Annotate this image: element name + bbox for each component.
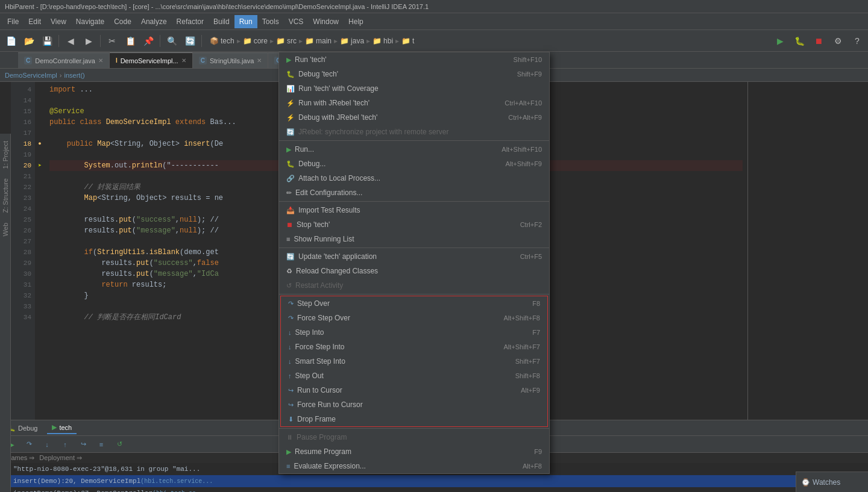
menu-drop-frame[interactable]: ⬇ Drop Frame	[281, 412, 547, 426]
tab-stringutils[interactable]: C StringUtils.java ✕	[193, 52, 269, 68]
restart-label: Restart Activity	[295, 281, 343, 290]
separator-5	[279, 428, 549, 429]
toolbar-paste[interactable]: 📌	[140, 33, 157, 49]
jrebel-run-label: Run with JRebel 'tech'	[298, 99, 370, 107]
toolbar-copy[interactable]: 📋	[122, 33, 139, 49]
menu-attach-process[interactable]: 🔗 Attach to Local Process...	[279, 171, 549, 185]
menu-run-tech[interactable]: ▶ Run 'tech' Shift+F10	[279, 52, 549, 67]
menu-force-step-into[interactable]: ↓ Force Step Into Alt+Shift+F7	[281, 340, 547, 354]
force-step-into-label: Force Step Into	[295, 343, 345, 351]
menu-run-coverage[interactable]: 📊 Run 'tech' with Coverage	[279, 81, 549, 96]
path-sep-6: ▸	[395, 37, 399, 45]
toolbar-new[interactable]: 📄	[2, 33, 19, 49]
menu-tools[interactable]: Tools	[257, 15, 284, 28]
path-t: 📁 t	[401, 37, 414, 45]
watches-panel[interactable]: ⌚ Watches	[796, 472, 868, 492]
menu-debug-tech[interactable]: 🐛 Debug 'tech' Shift+F9	[279, 67, 549, 81]
toolbar-run[interactable]: ▶	[772, 33, 788, 49]
menu-window[interactable]: Window	[308, 15, 344, 28]
menu-update-app[interactable]: 🔄 Update 'tech' application Ctrl+F5	[279, 249, 549, 264]
menu-jrebel-sync: 🔄 JRebel: synchronize project with remot…	[279, 125, 549, 139]
jrebel-sync-label: JRebel: synchronize project with remote …	[298, 128, 448, 136]
gutter-exec-arrow: ➤	[38, 162, 42, 169]
menu-step-out[interactable]: ↑ Step Out Shift+F8	[281, 369, 547, 383]
evaluate-label: Evaluate Expression...	[294, 462, 365, 470]
menu-step-over[interactable]: ↷ Step Over F8	[281, 296, 547, 311]
menu-import-results[interactable]: 📥 Import Test Results	[279, 203, 549, 217]
menu-run[interactable]: Run	[234, 15, 257, 28]
path-sep-2: ▸	[270, 37, 274, 45]
toolbar-forward[interactable]: ▶	[80, 33, 97, 49]
toolbar-help[interactable]: ?	[849, 33, 866, 49]
toolbar-open[interactable]: 📂	[20, 33, 37, 49]
menu-vcs[interactable]: VCS	[284, 15, 309, 28]
close-icon-3[interactable]: ✕	[257, 57, 262, 64]
menu-jrebel-debug[interactable]: ⚡ Debug with JRebel 'tech' Ctrl+Alt+F9	[279, 110, 549, 125]
run-cursor-shortcut: Alt+F9	[521, 387, 540, 394]
show-running-label: Show Running List	[294, 235, 354, 243]
attach-icon: 🔗	[286, 175, 295, 182]
menu-run-cursor[interactable]: ↪ Run to Cursor Alt+F9	[281, 383, 547, 397]
toolbar-sep-2	[100, 35, 101, 47]
toolbar-debug[interactable]: 🐛	[791, 33, 808, 49]
reload-icon: ♻	[286, 267, 292, 275]
debug-restart-btn[interactable]: ↺	[111, 436, 128, 453]
menu-edit-configs[interactable]: ✏ Edit Configurations...	[279, 185, 549, 200]
debug-step-into-btn[interactable]: ↓	[39, 436, 55, 453]
sidebar-tab-project[interactable]: 1: Project	[1, 136, 10, 173]
coverage-icon: 📊	[286, 85, 295, 93]
toolbar-sep-4	[201, 35, 202, 47]
debug-row-text-1: "http-nio-8080-exec-23"@18,631 in group …	[13, 466, 200, 473]
close-icon-2[interactable]: ✕	[181, 57, 186, 64]
menu-edit[interactable]: Edit	[24, 15, 46, 28]
debug-row-package-3: (hbi.tech.co...	[153, 490, 207, 493]
menu-force-step-over[interactable]: ↷ Force Step Over Alt+Shift+F8	[281, 311, 547, 325]
menu-evaluate[interactable]: ≡ Evaluate Expression... Alt+F8	[279, 459, 549, 473]
sidebar-tab-web[interactable]: Web	[1, 218, 10, 241]
breadcrumb-method[interactable]: insert()	[64, 72, 84, 79]
toolbar-search[interactable]: 🔍	[163, 33, 180, 49]
menu-jrebel-run[interactable]: ⚡ Run with JRebel 'tech' Ctrl+Alt+F10	[279, 96, 549, 110]
run-cursor-label: Run to Cursor	[297, 386, 342, 394]
menu-step-into[interactable]: ↓ Step Into F7	[281, 325, 547, 340]
menu-force-run-cursor[interactable]: ↪ Force Run to Cursor	[281, 397, 547, 412]
breadcrumb-class[interactable]: DemoServiceImpl	[5, 72, 57, 79]
menu-build[interactable]: Build	[209, 15, 234, 28]
menu-stop-tech[interactable]: ⏹ Stop 'tech' Ctrl+F2	[279, 217, 549, 232]
debug-evaluate-btn[interactable]: ≡	[93, 436, 110, 453]
path-sep-1: ▸	[237, 37, 241, 45]
close-icon-1[interactable]: ✕	[98, 57, 103, 64]
menu-run-dots[interactable]: ▶ Run... Alt+Shift+F10	[279, 142, 549, 157]
menu-code[interactable]: Code	[109, 15, 136, 28]
menu-show-running[interactable]: ≡ Show Running List	[279, 232, 549, 246]
tab-label-2: DemoServiceImpl...	[121, 57, 178, 64]
tech-tab-label: tech	[59, 424, 72, 431]
menu-view[interactable]: View	[46, 15, 71, 28]
tab-democontroller[interactable]: C DemoController.java ✕	[18, 52, 110, 68]
debug-run-cursor-btn[interactable]: ↪	[75, 436, 92, 453]
toolbar-replace[interactable]: 🔄	[181, 33, 198, 49]
toolbar-cut[interactable]: ✂	[104, 33, 121, 49]
debug-step-out-btn[interactable]: ↑	[57, 436, 74, 453]
menu-analyze[interactable]: Analyze	[136, 15, 172, 28]
menu-reload-classes[interactable]: ♻ Reload Changed Classes	[279, 264, 549, 278]
debug-row-3[interactable]: ⬛ insertDemo(Demo):27, DemoController (h…	[0, 487, 868, 492]
toolbar-save[interactable]: 💾	[39, 33, 55, 49]
tab-demoserviceimpl[interactable]: I DemoServiceImpl... ✕	[110, 52, 193, 68]
menu-smart-step-into[interactable]: ↓ Smart Step Into Shift+F7	[281, 354, 547, 369]
toolbar-back[interactable]: ◀	[62, 33, 79, 49]
gutter: ● ➤	[35, 82, 45, 420]
toolbar-settings[interactable]: ⚙	[829, 33, 846, 49]
menu-file[interactable]: File	[2, 15, 24, 28]
run-coverage-label: Run 'tech' with Coverage	[298, 84, 379, 93]
menu-debug-dots[interactable]: 🐛 Debug... Alt+Shift+F9	[279, 157, 549, 171]
menu-resume[interactable]: ▶ Resume Program F9	[279, 444, 549, 459]
sidebar-tab-structure[interactable]: Z: Structure	[1, 173, 10, 217]
debug-row-2[interactable]: ⬛ insert(Demo):20, DemoServiceImpl (hbi.…	[0, 475, 868, 487]
debug-step-over-btn[interactable]: ↷	[20, 436, 37, 453]
debug-tab-tech[interactable]: ▶ tech	[47, 422, 77, 434]
toolbar-stop[interactable]: ⏹	[810, 33, 827, 49]
menu-help[interactable]: Help	[344, 15, 368, 28]
menu-refactor[interactable]: Refactor	[172, 15, 209, 28]
menu-navigate[interactable]: Navigate	[71, 15, 109, 28]
